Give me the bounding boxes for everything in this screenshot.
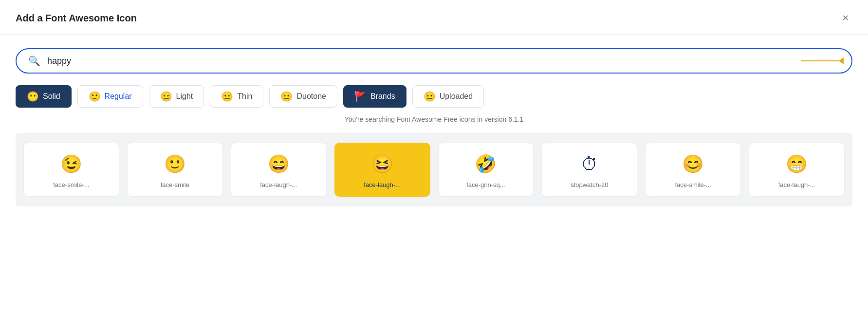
icon-symbol-face-laugh-wink: 😁 bbox=[786, 154, 808, 174]
tab-regular-label: Regular bbox=[105, 92, 132, 101]
icon-label-face-laugh-squint: face-laugh-... bbox=[364, 181, 401, 188]
uploaded-icon: 😐 bbox=[424, 91, 436, 102]
icon-symbol-face-laugh-beam: 😄 bbox=[268, 154, 290, 174]
icon-card-face-laugh-wink[interactable]: 😁face-laugh-... bbox=[749, 143, 845, 197]
tab-uploaded-label: Uploaded bbox=[440, 92, 473, 101]
icon-label-stopwatch-20: stopwatch-20 bbox=[571, 181, 608, 188]
dialog-header: Add a Font Awesome Icon × bbox=[0, 0, 868, 35]
version-note: You're searching Font Awesome Free icons… bbox=[16, 115, 852, 123]
tab-thin-label: Thin bbox=[237, 92, 252, 101]
tab-regular[interactable]: 🙂 Regular bbox=[77, 85, 143, 108]
tab-duotone-label: Duotone bbox=[296, 92, 326, 101]
thin-icon: 😐 bbox=[221, 91, 233, 102]
icon-label-face-smile: face-smile bbox=[161, 181, 189, 188]
icons-grid-wrapper: 😉face-smile-...🙂face-smile😄face-laugh-..… bbox=[16, 133, 852, 206]
tab-duotone[interactable]: 😐 Duotone bbox=[269, 85, 337, 108]
icon-symbol-face-laugh-squint: 😆 bbox=[371, 154, 393, 174]
brands-icon: 🚩 bbox=[354, 91, 367, 102]
search-container: 🔍 bbox=[16, 48, 852, 74]
tab-solid-label: Solid bbox=[43, 92, 60, 101]
icon-card-face-smile-beam[interactable]: 😊face-smile-... bbox=[645, 143, 741, 197]
tab-solid[interactable]: 😶 Solid bbox=[16, 85, 72, 108]
icon-symbol-face-smile-wink: 😉 bbox=[60, 154, 82, 174]
search-input-wrapper: 🔍 bbox=[16, 48, 852, 74]
tab-thin[interactable]: 😐 Thin bbox=[210, 85, 263, 108]
dialog-body: 🔍 😶 Solid 🙂 Regular 😐 Light 😐 Thin bbox=[0, 35, 868, 216]
tab-uploaded[interactable]: 😐 Uploaded bbox=[412, 85, 484, 108]
icon-card-face-smile[interactable]: 🙂face-smile bbox=[127, 143, 223, 197]
duotone-icon: 😐 bbox=[280, 91, 293, 102]
icon-symbol-face-smile: 🙂 bbox=[164, 154, 186, 174]
add-icon-dialog: Add a Font Awesome Icon × 🔍 😶 Solid 🙂 Re… bbox=[0, 0, 868, 317]
regular-icon: 🙂 bbox=[89, 91, 101, 102]
icon-symbol-face-smile-beam: 😊 bbox=[682, 154, 704, 174]
tab-light[interactable]: 😐 Light bbox=[149, 85, 204, 108]
search-cursor-arrow bbox=[801, 60, 840, 61]
icon-card-face-smile-wink[interactable]: 😉face-smile-... bbox=[23, 143, 119, 197]
icon-symbol-stopwatch-20: ⏱ bbox=[581, 154, 598, 174]
tab-light-label: Light bbox=[176, 92, 193, 101]
icon-label-face-laugh-wink: face-laugh-... bbox=[778, 181, 815, 188]
icon-card-stopwatch-20[interactable]: ⏱stopwatch-20 bbox=[541, 143, 637, 197]
icon-card-face-laugh-squint[interactable]: 😆face-laugh-... bbox=[334, 143, 430, 197]
tab-brands-label: Brands bbox=[370, 92, 395, 101]
close-button[interactable]: × bbox=[838, 11, 852, 25]
icon-label-face-smile-wink: face-smile-... bbox=[53, 181, 89, 188]
icon-label-face-smile-beam: face-smile-... bbox=[675, 181, 711, 188]
icon-card-face-grin-squint[interactable]: 🤣face-grin-sq... bbox=[438, 143, 534, 197]
search-icon: 🔍 bbox=[28, 55, 40, 67]
icon-card-face-laugh-beam[interactable]: 😄face-laugh-... bbox=[231, 143, 327, 197]
icon-symbol-face-grin-squint: 🤣 bbox=[475, 154, 497, 174]
solid-icon: 😶 bbox=[27, 91, 39, 102]
tab-brands[interactable]: 🚩 Brands bbox=[343, 85, 406, 108]
icons-grid: 😉face-smile-...🙂face-smile😄face-laugh-..… bbox=[23, 143, 845, 197]
icon-label-face-grin-squint: face-grin-sq... bbox=[466, 181, 505, 188]
search-input[interactable] bbox=[47, 56, 799, 66]
icon-label-face-laugh-beam: face-laugh-... bbox=[260, 181, 297, 188]
light-icon: 😐 bbox=[160, 91, 172, 102]
dialog-title: Add a Font Awesome Icon bbox=[16, 13, 137, 24]
tabs-row: 😶 Solid 🙂 Regular 😐 Light 😐 Thin 😐 Duoto… bbox=[16, 85, 852, 108]
